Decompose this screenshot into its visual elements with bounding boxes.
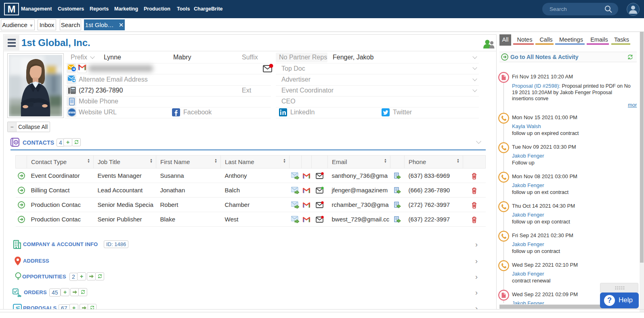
svg-text:$: $ [16,306,18,309]
svg-text:WWW: WWW [68,111,76,114]
